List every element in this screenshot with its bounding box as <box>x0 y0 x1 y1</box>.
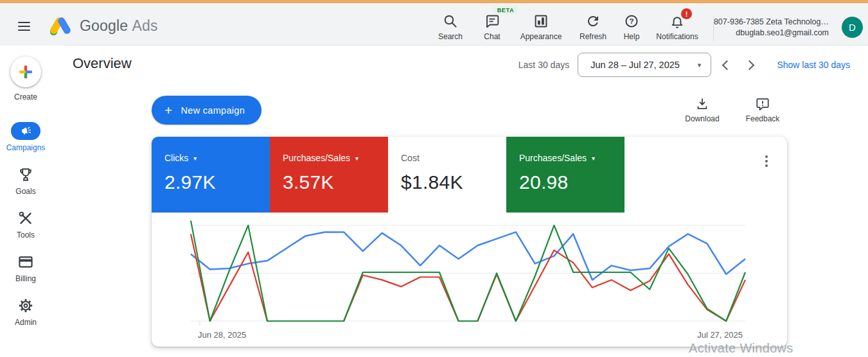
campaigns-pill <box>11 122 40 140</box>
account-email: dbuglab.seo1@gmail.com <box>714 28 829 39</box>
refresh-icon <box>585 13 601 29</box>
help-button[interactable]: ? Help <box>616 13 648 41</box>
scorecard-metric-selector[interactable]: Purchases/Sales ▾ <box>283 153 388 163</box>
scorecard-metric-selector[interactable]: Clicks ▾ <box>164 153 270 163</box>
chevron-right-icon <box>745 60 755 70</box>
brand-text: GoogleAds <box>80 17 158 35</box>
overview-chart-area: Jun 28, 2025 Jul 27, 2025 <box>191 222 745 345</box>
scorecard-value: 2.97K <box>164 171 270 193</box>
account-info[interactable]: 807-936-7385 Zeta Technolog… dbuglab.seo… <box>714 17 829 38</box>
header-actions: Search BETA Chat Appearance Refresh <box>428 13 707 41</box>
create-button[interactable] <box>10 57 41 87</box>
chat-button[interactable]: BETA Chat <box>473 13 511 41</box>
scorecard-metric-selector: Cost <box>401 153 506 163</box>
scorecard-purchases-sales[interactable]: Purchases/Sales ▾ 3.57K <box>270 137 388 213</box>
search-icon <box>443 13 458 29</box>
overview-chart[interactable] <box>191 222 745 327</box>
date-controls: Last 30 days Jun 28 – Jul 27, 2025 ▾ Sho… <box>518 53 850 77</box>
kebab-icon <box>765 155 768 158</box>
app-header: GoogleAds Search BETA Chat App <box>0 3 868 46</box>
card-overflow-menu-button[interactable] <box>759 152 774 170</box>
search-button[interactable]: Search <box>428 13 473 41</box>
x-axis-start-label: Jun 28, 2025 <box>198 330 246 340</box>
help-icon: ? <box>624 13 639 29</box>
date-range-label: Last 30 days <box>518 60 569 70</box>
x-axis-end-label: Jul 27, 2025 <box>697 330 743 340</box>
date-range-picker[interactable]: Jun 28 – Jul 27, 2025 ▾ <box>578 53 711 77</box>
sidebar-item-campaigns[interactable]: Campaigns <box>0 122 51 152</box>
main-menu-button[interactable] <box>18 22 31 32</box>
gear-icon <box>17 297 34 314</box>
google-ads-logo: GoogleAds <box>49 15 158 36</box>
sidebar-item-admin[interactable]: Admin <box>0 297 51 327</box>
avatar[interactable]: D <box>842 17 863 38</box>
feedback-button[interactable]: Feedback <box>740 97 785 123</box>
download-button[interactable]: Download <box>680 97 725 123</box>
tools-icon <box>17 210 34 227</box>
create-plus-icon <box>17 64 34 80</box>
chevron-down-icon: ▾ <box>698 61 702 69</box>
page-title: Overview <box>73 55 132 72</box>
next-date-range-button[interactable] <box>740 54 761 76</box>
metric-caret-icon: ▾ <box>592 155 595 162</box>
notification-badge: ! <box>681 8 692 19</box>
metric-caret-icon: ▾ <box>355 155 359 162</box>
appearance-button[interactable]: Appearance <box>511 13 571 41</box>
svg-text:?: ? <box>629 17 633 25</box>
header-border <box>64 45 868 46</box>
prev-date-range-button[interactable] <box>714 54 736 76</box>
scorecard-metric-selector[interactable]: Purchases/Sales ▾ <box>519 153 624 163</box>
scorecard-value: $1.84K <box>401 171 506 193</box>
sidebar-item-tools[interactable]: Tools <box>0 209 51 239</box>
sidebar: Create Campaigns Goals <box>0 46 51 357</box>
refresh-button[interactable]: Refresh <box>571 13 616 41</box>
scorecard-value: 20.98 <box>519 171 624 193</box>
scorecard-cost[interactable]: Cost $1.84K <box>388 137 506 213</box>
scorecard-value: 3.57K <box>283 171 388 193</box>
activate-windows-watermark: Activate Windows <box>689 341 793 356</box>
trophy-icon <box>17 166 34 183</box>
scorecard-row: Clicks ▾ 2.97K Purchases/Sales ▾ 3.57K C… <box>152 137 624 213</box>
feedback-icon <box>756 97 770 111</box>
appearance-icon <box>533 13 549 29</box>
scorecard-purchases-sales-2[interactable]: Purchases/Sales ▾ 20.98 <box>506 137 624 213</box>
chart-line-2 <box>191 221 745 321</box>
sidebar-item-goals[interactable]: Goals <box>0 166 51 196</box>
show-last-30-days-link[interactable]: Show last 30 days <box>777 60 850 70</box>
chart-line-0 <box>191 232 745 280</box>
plus-icon: + <box>164 103 173 117</box>
overview-card: Clicks ▾ 2.97K Purchases/Sales ▾ 3.57K C… <box>152 137 787 347</box>
notifications-button[interactable]: ! Notifications <box>648 13 707 41</box>
sidebar-item-create[interactable]: Create <box>0 57 51 101</box>
scorecard-clicks[interactable]: Clicks ▾ 2.97K <box>152 137 270 213</box>
download-icon <box>695 97 709 111</box>
chevron-left-icon <box>722 60 732 70</box>
account-name: 807-936-7385 Zeta Technolog… <box>714 17 829 28</box>
google-ads-logo-icon <box>49 15 72 36</box>
sidebar-item-billing[interactable]: Billing <box>0 253 51 283</box>
credit-card-icon <box>17 254 34 270</box>
megaphone-icon <box>19 125 32 137</box>
chart-line-1 <box>191 234 745 321</box>
card-actions: Download Feedback <box>680 97 785 123</box>
metric-caret-icon: ▾ <box>193 155 197 162</box>
chat-icon <box>484 13 500 29</box>
new-campaign-button[interactable]: + New campaign <box>152 96 261 125</box>
